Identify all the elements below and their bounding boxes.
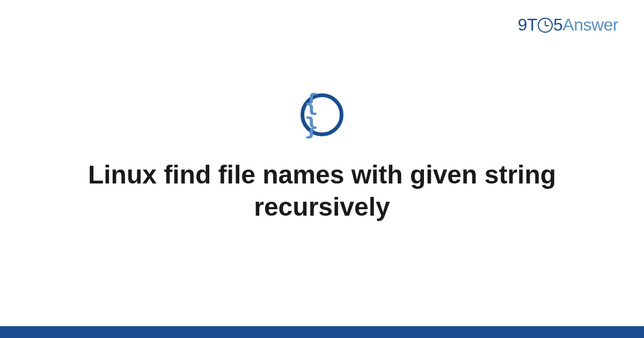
code-braces-icon: { }: [304, 91, 340, 138]
footer-bar: [0, 326, 644, 338]
page-title: Linux find file names with given string …: [80, 159, 564, 223]
category-icon-circle: { }: [301, 93, 343, 136]
main-content: { } Linux find file names with given str…: [0, 0, 644, 338]
